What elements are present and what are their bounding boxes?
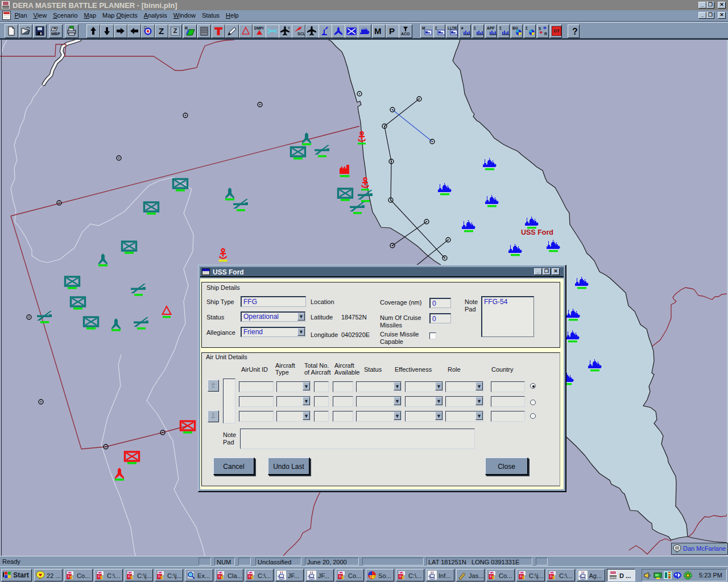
svg-text:5: 5 (130, 575, 133, 580)
svg-text:?: ? (572, 27, 578, 36)
svg-text:R: R (185, 26, 188, 30)
svg-text:BG: BG (512, 26, 518, 30)
svg-text:SCL: SCL (297, 32, 305, 36)
svg-text:LLTR: LLTR (448, 26, 457, 30)
svg-text:5: 5 (341, 575, 344, 580)
svg-text:R: R (544, 32, 547, 36)
svg-text:5: 5 (522, 575, 525, 580)
svg-text:DMPI: DMPI (254, 26, 263, 30)
svg-text:C: C (144, 26, 147, 30)
svg-text:5: 5 (251, 575, 254, 580)
svg-text:5: 5 (100, 575, 103, 580)
svg-text:4: 4 (288, 26, 290, 30)
svg-text:5: 5 (221, 575, 224, 580)
svg-text:ACO: ACO (401, 32, 410, 36)
svg-text:5: 5 (539, 27, 541, 31)
svg-text:USS Ford: USS Ford (521, 228, 553, 236)
svg-text:M: M (374, 26, 382, 36)
svg-text:Z: Z (159, 26, 164, 36)
svg-text:Σ: Σ (474, 26, 476, 30)
svg-text:✈: ✈ (461, 26, 464, 30)
svg-text:Σ: Σ (435, 26, 437, 30)
svg-text:MBP: MBP (51, 32, 60, 36)
svg-text:5: 5 (402, 575, 404, 580)
svg-text:32: 32 (370, 575, 374, 579)
svg-text:5: 5 (492, 575, 495, 580)
svg-text:5: 5 (70, 575, 73, 580)
svg-text:APP: APP (487, 26, 495, 30)
svg-text:M: M (422, 26, 425, 30)
svg-text:P: P (389, 26, 395, 36)
svg-text:5: 5 (160, 575, 163, 580)
svg-text:Σ: Σ (526, 26, 528, 30)
svg-text:5: 5 (552, 575, 555, 580)
svg-text:Σ: Σ (499, 26, 502, 30)
